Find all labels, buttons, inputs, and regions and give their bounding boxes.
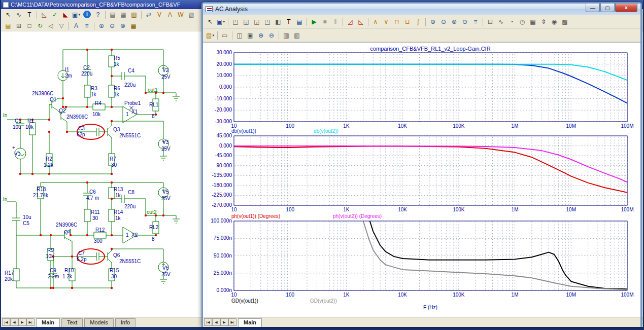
region-enable-icon[interactable]: ▤ xyxy=(108,10,118,19)
tab-text[interactable]: Text xyxy=(61,318,83,327)
ac-titlebar[interactable]: AC Analysis —▢× xyxy=(203,4,640,15)
plot-1[interactable] xyxy=(234,53,627,122)
nav-first-button[interactable]: |◀ xyxy=(204,318,212,326)
flag-tool-icon[interactable]: ◣ xyxy=(60,10,71,19)
zoom-out-icon[interactable]: ⊖ xyxy=(266,30,277,40)
power-display-icon[interactable]: W xyxy=(176,10,186,19)
text-tool-icon[interactable]: T xyxy=(24,10,35,19)
graphics-tool-icon[interactable]: ◺ xyxy=(39,10,49,19)
plot-3[interactable] xyxy=(234,221,627,290)
zoom-out-icon[interactable]: ⊖ xyxy=(107,21,117,30)
refresh-icon[interactable]: ↻ xyxy=(35,21,45,30)
horizontal-axis-icon[interactable]: ⊟ xyxy=(485,17,495,26)
horizontal-tag-icon[interactable]: ◳ xyxy=(262,17,273,26)
zoom-select-icon[interactable]: ⊚ xyxy=(118,21,128,30)
inflection-icon[interactable]: ∫ xyxy=(413,17,423,26)
zoom-out-icon[interactable]: ⊖ xyxy=(438,17,449,26)
node-voltages-icon[interactable]: V xyxy=(154,10,164,19)
nav-prev-button[interactable]: ◀ xyxy=(212,318,220,326)
stop-icon[interactable]: ■ xyxy=(320,17,330,26)
dropdown-caret-icon[interactable]: ▾ xyxy=(223,20,225,23)
spell-check-icon[interactable]: ✓ xyxy=(50,10,60,19)
nav-prev-button[interactable]: ◀ xyxy=(10,318,18,326)
tab-main[interactable]: Main xyxy=(36,318,60,327)
mirror-h-icon[interactable]: ◁ xyxy=(46,21,56,30)
zoom-auto-icon[interactable]: ⊙ xyxy=(460,17,470,26)
fft-icon[interactable]: ∿ xyxy=(496,17,506,26)
split-text-icon[interactable]: ▥ xyxy=(129,10,139,19)
tab-main[interactable]: Main xyxy=(238,318,262,327)
properties-icon[interactable]: ▤ xyxy=(3,21,13,30)
select-tool-icon[interactable]: ↖ xyxy=(3,10,13,19)
track-branch-icon[interactable]: ▣ xyxy=(245,30,255,40)
clipboard-icon[interactable]: ▦ xyxy=(128,21,139,30)
select-area-icon[interactable]: ⊞ xyxy=(14,21,24,30)
valley-icon[interactable]: ∨ xyxy=(381,17,391,26)
polar-chart-icon[interactable]: ◷ xyxy=(517,17,527,26)
schematic-label: 25V xyxy=(161,146,171,152)
info-tool-icon[interactable]: i xyxy=(83,11,91,18)
analysis-main-toolbar: ↖▣▾◰◱◲◳◧T▤▶■‖◿◺∧∨⊓⊔∫⊕⊖⊚⊙≡⊟∿◔◷▦⇕◉▩ xyxy=(203,15,640,29)
pause-icon[interactable]: ‖ xyxy=(330,17,341,26)
track-cursor-icon[interactable]: ◫ xyxy=(234,30,245,40)
zoom-in-icon[interactable]: ⊕ xyxy=(256,30,266,40)
dropdown-caret-icon[interactable]: ▾ xyxy=(212,33,214,37)
toolbar-separator xyxy=(425,18,426,26)
find-component-icon[interactable]: ▣▾ xyxy=(71,10,81,19)
low-icon[interactable]: ⊔ xyxy=(402,17,413,26)
go-to-x-icon[interactable]: ≡ xyxy=(470,17,481,26)
tab-info[interactable]: Info xyxy=(115,318,135,327)
current-display-icon[interactable]: A xyxy=(165,10,175,19)
find-icon[interactable]: A xyxy=(71,21,81,30)
wire-mode-icon[interactable]: ∿ xyxy=(14,10,24,19)
zoom-in-icon[interactable]: ⊕ xyxy=(428,17,438,26)
slider-icon[interactable]: ⇕ xyxy=(538,17,549,26)
chart-title: comparison_CFB&VFB_RL1_v2_Loop-Gain.CIR xyxy=(370,46,490,52)
performance-icon[interactable]: ▩ xyxy=(560,17,570,26)
nav-first-button[interactable]: |◀ xyxy=(2,318,10,326)
dropdown-caret-icon[interactable]: ▾ xyxy=(78,13,80,16)
plot-area[interactable]: comparison_CFB&VFB_RL1_v2_Loop-Gain.CIR … xyxy=(203,42,640,317)
3d-plot-icon[interactable]: ▦ xyxy=(528,17,538,26)
watch-icon[interactable]: ◉ xyxy=(549,17,559,26)
plot-2[interactable] xyxy=(234,136,627,205)
find-next-icon[interactable]: ≡ xyxy=(82,21,92,30)
schematic-label: 2N3906C xyxy=(66,114,88,120)
high-icon[interactable]: ⊓ xyxy=(392,17,402,26)
close-button[interactable]: × xyxy=(615,4,637,12)
stack-pages-icon[interactable]: ▥ xyxy=(281,30,291,40)
select-cursor-icon[interactable]: ↖ xyxy=(205,17,215,26)
nav-next-button[interactable]: ▶ xyxy=(18,318,26,326)
point-tag-icon[interactable]: ◲ xyxy=(252,17,262,26)
smith-chart-icon[interactable]: ◔ xyxy=(506,17,517,26)
positive-slope-icon[interactable]: ◿ xyxy=(345,17,355,26)
cursor-mode-icon[interactable]: ◱ xyxy=(241,17,251,26)
schematic-label: C9 xyxy=(50,268,56,273)
page-setup-icon[interactable]: ▭ xyxy=(220,30,230,40)
run-icon[interactable]: ▶ xyxy=(309,17,319,26)
graph-list-icon[interactable]: ▣▾ xyxy=(216,17,226,26)
scale-mode-icon[interactable]: ◰ xyxy=(230,17,241,26)
analysis-tabbar: |◀◀▶▶|Main xyxy=(203,317,640,327)
peak-icon[interactable]: ∧ xyxy=(370,17,381,26)
tab-models[interactable]: Models xyxy=(84,318,113,327)
zoom-in-icon[interactable]: ⊕ xyxy=(96,21,107,30)
negative-slope-icon[interactable]: ◺ xyxy=(356,17,366,26)
zoom-area-icon[interactable]: ⊚ xyxy=(449,17,459,26)
maximize-button[interactable]: ▢ xyxy=(600,4,615,12)
properties-icon[interactable]: ▤ xyxy=(294,17,304,26)
condition-display-icon[interactable]: ▧ xyxy=(186,10,196,19)
vertical-tag-icon[interactable]: ◧ xyxy=(273,17,283,26)
help-mode-icon[interactable]: ? xyxy=(93,10,103,19)
nav-last-button[interactable]: ▶| xyxy=(26,318,35,326)
rubberband-icon[interactable]: ▦ xyxy=(118,10,128,19)
minimize-button[interactable]: — xyxy=(586,4,600,12)
paste-icon[interactable]: ▤▾ xyxy=(205,30,215,40)
text-tool-icon[interactable]: T xyxy=(284,17,294,26)
nav-next-button[interactable]: ▶ xyxy=(220,318,228,326)
mirror-v-icon[interactable]: ▽ xyxy=(56,21,66,30)
node-numbers-icon[interactable]: ⇄ xyxy=(144,10,154,19)
nav-last-button[interactable]: ▶| xyxy=(228,318,236,326)
tile-pages-icon[interactable]: ▥ xyxy=(292,30,302,40)
box-tool-icon[interactable]: □ xyxy=(24,21,35,30)
